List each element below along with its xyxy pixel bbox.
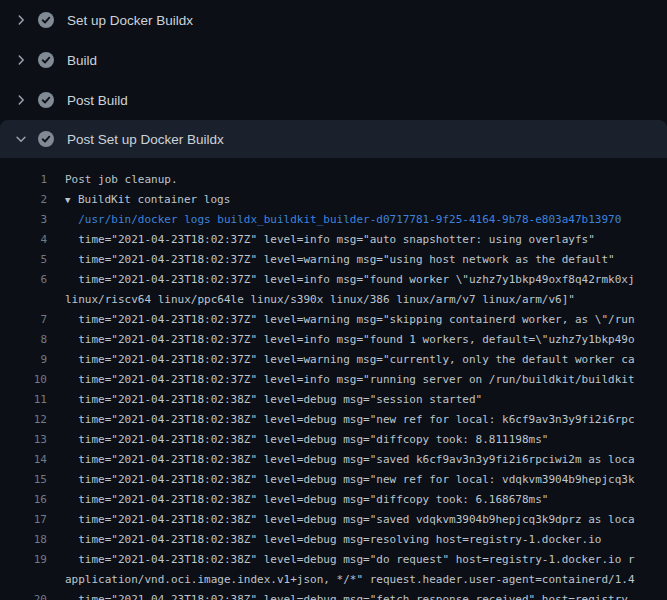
step-status-check-icon bbox=[38, 131, 54, 147]
log-line-text: time="2021-04-23T18:02:38Z" level=debug … bbox=[65, 530, 601, 550]
log-line: 9 time="2021-04-23T18:02:37Z" level=warn… bbox=[0, 350, 667, 370]
log-line-text: time="2021-04-23T18:02:38Z" level=debug … bbox=[65, 510, 635, 530]
log-line-number[interactable]: 14 bbox=[0, 450, 47, 470]
log-line-number[interactable]: 11 bbox=[0, 390, 47, 410]
log-line-number[interactable]: 15 bbox=[0, 470, 47, 490]
log-line: application/vnd.oci.image.index.v1+json,… bbox=[0, 570, 667, 590]
log-line: 17 time="2021-04-23T18:02:38Z" level=deb… bbox=[0, 510, 667, 530]
log-line-text: /usr/bin/docker logs buildx_buildkit_bui… bbox=[65, 210, 621, 230]
chevron-right-icon bbox=[13, 92, 29, 108]
step-label: Post Build bbox=[67, 93, 128, 108]
log-line-number[interactable]: 8 bbox=[0, 330, 47, 350]
log-line-text: time="2021-04-23T18:02:38Z" level=debug … bbox=[65, 450, 635, 470]
step-status-check-icon bbox=[38, 92, 54, 108]
log-line: 8 time="2021-04-23T18:02:37Z" level=info… bbox=[0, 330, 667, 350]
log-line: 3 /usr/bin/docker logs buildx_buildkit_b… bbox=[0, 210, 667, 230]
step-label: Post Set up Docker Buildx bbox=[67, 132, 224, 147]
log-line: 11 time="2021-04-23T18:02:38Z" level=deb… bbox=[0, 390, 667, 410]
log-line-number[interactable]: 10 bbox=[0, 370, 47, 390]
log-view: 1Post job cleanup.2▼BuildKit container l… bbox=[0, 158, 667, 600]
log-group-title: BuildKit container logs bbox=[78, 193, 230, 206]
log-line-text: Post job cleanup. bbox=[65, 170, 178, 190]
log-line: 6 time="2021-04-23T18:02:37Z" level=info… bbox=[0, 270, 667, 290]
log-line: 20 time="2021-04-23T18:02:38Z" level=deb… bbox=[0, 590, 667, 600]
log-line-text: time="2021-04-23T18:02:38Z" level=debug … bbox=[65, 390, 482, 410]
log-line-number[interactable]: 18 bbox=[0, 530, 47, 550]
log-line-text: time="2021-04-23T18:02:38Z" level=debug … bbox=[65, 430, 548, 450]
log-line-number[interactable]: 6 bbox=[0, 270, 47, 290]
log-line-text: time="2021-04-23T18:02:37Z" level=warnin… bbox=[65, 310, 635, 330]
log-line-text: application/vnd.oci.image.index.v1+json,… bbox=[65, 570, 635, 590]
log-line-number[interactable]: 20 bbox=[0, 590, 47, 600]
log-line: 1Post job cleanup. bbox=[0, 170, 667, 190]
log-line-text: time="2021-04-23T18:02:38Z" level=debug … bbox=[65, 550, 635, 570]
step-label: Set up Docker Buildx bbox=[67, 13, 193, 28]
log-line-number[interactable] bbox=[0, 290, 47, 310]
log-line-number[interactable]: 2 bbox=[0, 190, 47, 210]
log-line: 5 time="2021-04-23T18:02:37Z" level=warn… bbox=[0, 250, 667, 270]
log-group-header[interactable]: ▼BuildKit container logs bbox=[65, 190, 230, 210]
step-row-set-up-docker-buildx[interactable]: Set up Docker Buildx bbox=[0, 0, 667, 40]
log-line-number[interactable]: 5 bbox=[0, 250, 47, 270]
log-line-number[interactable]: 13 bbox=[0, 430, 47, 450]
step-row-post-set-up-docker-buildx[interactable]: Post Set up Docker Buildx bbox=[0, 120, 667, 158]
log-line-text: time="2021-04-23T18:02:38Z" level=debug … bbox=[65, 590, 635, 600]
log-line-number[interactable]: 9 bbox=[0, 350, 47, 370]
log-line: 7 time="2021-04-23T18:02:37Z" level=warn… bbox=[0, 310, 667, 330]
step-row-build[interactable]: Build bbox=[0, 40, 667, 80]
log-line: 10 time="2021-04-23T18:02:37Z" level=inf… bbox=[0, 370, 667, 390]
log-line-text: time="2021-04-23T18:02:38Z" level=debug … bbox=[65, 470, 635, 490]
step-label: Build bbox=[67, 53, 97, 68]
log-line-number[interactable]: 16 bbox=[0, 490, 47, 510]
log-line-text: time="2021-04-23T18:02:38Z" level=debug … bbox=[65, 490, 548, 510]
log-line-number[interactable]: 7 bbox=[0, 310, 47, 330]
log-line: 14 time="2021-04-23T18:02:38Z" level=deb… bbox=[0, 450, 667, 470]
log-line-text: time="2021-04-23T18:02:37Z" level=info m… bbox=[65, 330, 635, 350]
log-line-text: time="2021-04-23T18:02:37Z" level=warnin… bbox=[65, 250, 615, 270]
log-line-text: time="2021-04-23T18:02:37Z" level=info m… bbox=[65, 270, 635, 290]
log-line-text: linux/riscv64 linux/ppc64le linux/s390x … bbox=[65, 290, 575, 310]
log-line-number[interactable]: 3 bbox=[0, 210, 47, 230]
log-line-text: time="2021-04-23T18:02:37Z" level=info m… bbox=[65, 370, 635, 390]
log-line: 12 time="2021-04-23T18:02:38Z" level=deb… bbox=[0, 410, 667, 430]
step-status-check-icon bbox=[38, 52, 54, 68]
log-line-number[interactable]: 19 bbox=[0, 550, 47, 570]
chevron-down-icon bbox=[13, 131, 29, 147]
log-line: 2▼BuildKit container logs bbox=[0, 190, 667, 210]
triangle-down-icon: ▼ bbox=[65, 190, 78, 210]
chevron-right-icon bbox=[13, 12, 29, 28]
log-line: linux/riscv64 linux/ppc64le linux/s390x … bbox=[0, 290, 667, 310]
log-line: 19 time="2021-04-23T18:02:38Z" level=deb… bbox=[0, 550, 667, 570]
log-line: 15 time="2021-04-23T18:02:38Z" level=deb… bbox=[0, 470, 667, 490]
log-line: 4 time="2021-04-23T18:02:37Z" level=info… bbox=[0, 230, 667, 250]
step-status-check-icon bbox=[38, 12, 54, 28]
log-line-number[interactable] bbox=[0, 570, 47, 590]
chevron-right-icon bbox=[13, 52, 29, 68]
log-line-number[interactable]: 17 bbox=[0, 510, 47, 530]
steps-list: Set up Docker BuildxBuildPost BuildPost … bbox=[0, 0, 667, 158]
log-line-text: time="2021-04-23T18:02:37Z" level=info m… bbox=[65, 230, 595, 250]
log-line-number[interactable]: 12 bbox=[0, 410, 47, 430]
actions-log-page: { "colors": { "page_bg": "#0c0f15", "exp… bbox=[0, 0, 667, 600]
step-row-post-build[interactable]: Post Build bbox=[0, 80, 667, 120]
log-line: 16 time="2021-04-23T18:02:38Z" level=deb… bbox=[0, 490, 667, 510]
log-line-text: time="2021-04-23T18:02:37Z" level=warnin… bbox=[65, 350, 635, 370]
log-line: 18 time="2021-04-23T18:02:38Z" level=deb… bbox=[0, 530, 667, 550]
log-line-number[interactable]: 1 bbox=[0, 170, 47, 190]
log-line: 13 time="2021-04-23T18:02:38Z" level=deb… bbox=[0, 430, 667, 450]
log-line-text: time="2021-04-23T18:02:38Z" level=debug … bbox=[65, 410, 635, 430]
log-line-number[interactable]: 4 bbox=[0, 230, 47, 250]
